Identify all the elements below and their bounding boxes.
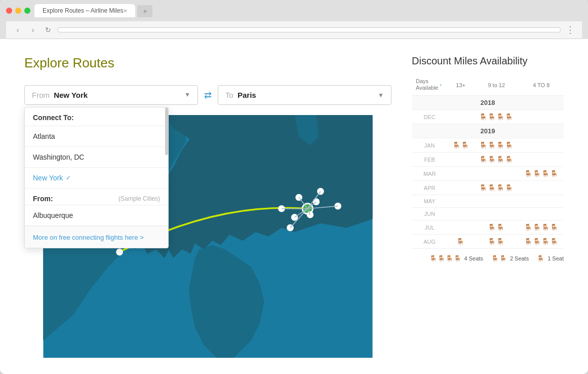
legend-2seats: 🪑🪑 2 Seats [491,255,529,262]
table-row: FEB 🪑🪑🪑🪑 [412,153,564,167]
seat-cell-9to12 [474,195,519,208]
dropdown-item-newyork[interactable]: New York ✓ [25,168,168,189]
seat-icon-13: 🪑 [456,238,465,245]
tab-label: Explore Routes – Airline Miles [43,7,123,14]
close-button[interactable] [6,8,12,14]
right-panel: Discount Miles Availability DaysAvailabl… [412,55,564,358]
to-label: To Paris [225,91,256,99]
dropdown-item-atlanta[interactable]: Atlanta [25,126,168,147]
connect-to-header: Connect To: [25,107,168,126]
route-selectors: From New York ▲ Connect To: Atlanta [24,85,391,105]
seat-cell-9to12 [474,208,519,220]
days-text: DaysAvailable [416,78,438,91]
year-2019-label: 2019 [412,124,564,138]
svg-point-10 [116,248,123,255]
dropdown-item-washington[interactable]: Washington, DC [25,147,168,168]
active-tab[interactable]: Explore Routes – Airline Miles ✕ [34,4,135,17]
seat-cell-4to8: 🪑🪑🪑🪑 [519,167,564,181]
minimize-button[interactable] [15,8,21,14]
seat-cell-9to12: 🪑🪑🪑🪑 [474,110,519,124]
days-chevron-icon[interactable]: › [440,82,441,88]
seat-cell-13plus: 🪑🪑 [447,138,474,153]
selected-checkmark: ✓ [66,174,71,181]
seat-cell-9to12: 🪑🪑 [474,235,519,249]
seat-cell-13plus: 🪑 [447,235,474,249]
seat-icon-9: 🪑🪑🪑🪑 [479,113,514,121]
from-dropdown-trigger[interactable]: From New York ▲ [24,85,198,105]
th-4to8: 4 TO 8 [519,75,564,96]
seat-cell-4to8: 🪑🪑🪑🪑 [519,235,564,249]
to-selector: To Paris ▼ [218,85,391,105]
seat-cell-9to12 [474,167,519,181]
chevron-up-icon: ▲ [184,92,190,99]
month-cell: AUG [412,235,447,249]
from-city: New York [54,91,88,99]
page-title: Explore Routes [24,55,391,71]
nav-bar: ‹ › ↻ ⋮ [6,21,582,39]
to-dropdown-trigger[interactable]: To Paris ▼ [218,85,391,105]
dropdown-item-albuquerque[interactable]: Albuquerque [25,205,168,226]
seat-icon-4: 🪑🪑🪑🪑 [524,223,559,231]
seat-cell-9to12: 🪑🪑🪑🪑 [474,153,519,167]
month-cell: MAR [412,167,447,181]
from-prefix: From [32,91,50,99]
to-prefix: To [225,91,233,99]
reload-button[interactable]: ↻ [43,24,54,35]
address-bar[interactable] [58,27,561,32]
table-row: JAN 🪑🪑 🪑🪑🪑🪑 [412,138,564,153]
legend-2seats-label: 2 Seats [510,255,529,261]
tab-bar: Explore Routes – Airline Miles ✕ + [34,4,582,17]
table-row: MAY [412,195,564,208]
dropdown-scroll[interactable]: Connect To: Atlanta Washington, DC New Y… [25,107,168,226]
table-row: MAR 🪑🪑🪑🪑 [412,167,564,181]
seat-cell-4to8 [519,153,564,167]
connecting-flights-link[interactable]: More on free connecting flights here > [33,234,144,241]
legend-1seat-icon: 🪑 [537,255,545,262]
seat-cell-13plus [447,181,474,195]
seat-cell-9to12: 🪑🪑 [474,220,519,235]
forward-button[interactable]: › [27,24,38,35]
legend-2seats-icon: 🪑🪑 [491,255,507,262]
seat-cell-13plus [447,195,474,208]
th-9to12: 9 to 12 [474,75,519,96]
left-panel: Explore Routes From New York ▲ [24,55,391,358]
legend: 🪑🪑🪑🪑 4 Seats 🪑🪑 2 Seats 🪑 1 Seat [412,255,564,262]
legend-4seats: 🪑🪑🪑🪑 4 Seats [429,255,483,262]
month-cell: APR [412,181,447,195]
seat-icon-9: 🪑🪑 [488,223,505,231]
table-row: AUG 🪑 🪑🪑 🪑🪑🪑🪑 [412,235,564,249]
month-cell: DEC [412,110,447,124]
scroll-thumb[interactable] [165,107,168,155]
seat-cell-13plus [447,220,474,235]
th-13plus: 13+ [447,75,474,96]
seat-cell-4to8 [519,208,564,220]
newyork-label: New York [33,174,63,182]
swap-routes-button[interactable]: ⇄ [204,90,212,101]
browser-chrome: Explore Routes – Airline Miles ✕ + ‹ › ↻… [0,0,588,39]
seat-cell-4to8: 🪑🪑🪑🪑 [519,220,564,235]
main-layout: Explore Routes From New York ▲ [0,39,588,374]
maximize-button[interactable] [24,8,30,14]
new-tab-button[interactable]: + [137,5,152,17]
back-button[interactable]: ‹ [12,24,23,35]
tab-close-icon[interactable]: ✕ [123,8,127,14]
from-section-label: From: [33,195,53,203]
table-row: JUL 🪑🪑 🪑🪑🪑🪑 [412,220,564,235]
seat-cell-4to8 [519,138,564,153]
month-cell: FEB [412,153,447,167]
seat-icon-9: 🪑🪑🪑🪑 [479,184,514,192]
chevron-down-icon: ▼ [378,92,384,99]
table-row: DEC 🪑🪑🪑🪑 [412,110,564,124]
month-cell: JUN [412,208,447,220]
traffic-lights [6,8,30,14]
browser-window: Explore Routes – Airline Miles ✕ + ‹ › ↻… [0,0,588,374]
month-cell: JAN [412,138,447,153]
from-dropdown-menu: Connect To: Atlanta Washington, DC New Y… [24,107,169,248]
to-city: Paris [238,91,256,99]
availability-title: Discount Miles Availability [412,55,564,67]
days-available-label: DaysAvailable › [416,78,443,91]
seat-cell-9to12: 🪑🪑🪑🪑 [474,181,519,195]
browser-menu-button[interactable]: ⋮ [565,24,576,35]
seat-cell-4to8 [519,195,564,208]
legend-1seat: 🪑 1 Seat [537,255,564,262]
